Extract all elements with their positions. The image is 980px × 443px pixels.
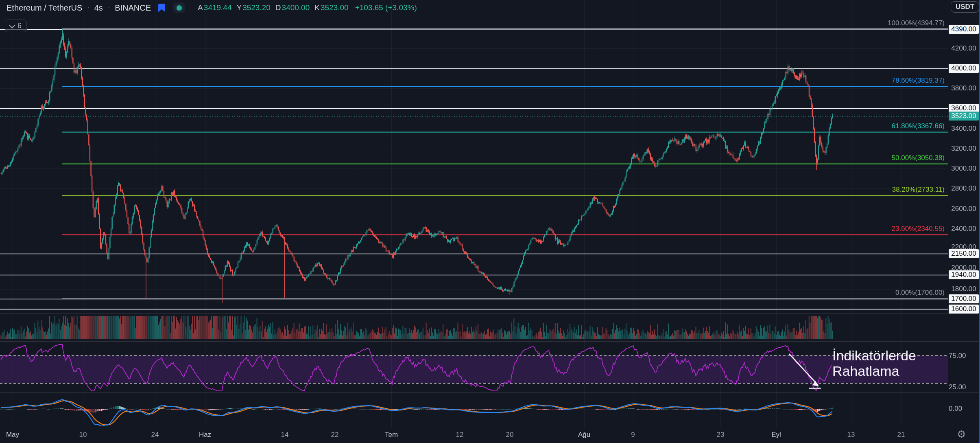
price-tick-label: 3000.00	[949, 164, 979, 173]
time-tick-label: 12	[456, 431, 464, 439]
price-tick-label: 4000.00	[949, 64, 979, 73]
fib-level-label: 78.60%(3819.37)	[892, 77, 945, 85]
price-tick-label: 2400.00	[949, 224, 979, 233]
separator-dot: ·	[87, 4, 89, 11]
fib-level-label: 61.80%(3367.66)	[892, 122, 945, 130]
rsi-upper-label: 75.00	[949, 352, 966, 360]
time-tick-label: 21	[897, 431, 905, 439]
price-tick-label: 1940.00	[949, 270, 979, 279]
price-tick-label: 2600.00	[949, 204, 979, 213]
time-tick-label: May	[6, 431, 19, 439]
legend-count: 6	[17, 22, 22, 30]
symbol-title[interactable]: Ethereum / TetherUS	[7, 3, 82, 13]
fib-level-label: 0.00%(1706.00)	[895, 289, 945, 297]
price-tick-label: 1600.00	[949, 305, 979, 314]
legend-collapse-button[interactable]: 6	[5, 20, 27, 32]
time-tick-label: 13	[847, 431, 855, 439]
ohlc-open: A3419.44	[198, 3, 231, 12]
ohlc-close: K3523.00	[314, 3, 348, 12]
time-tick-label: 24	[151, 431, 159, 439]
macd-zero-label: 0.00	[949, 405, 962, 413]
price-tick-label: 1700.00	[949, 294, 979, 303]
fib-level-label: 100.00%(4394.77)	[888, 19, 945, 27]
time-tick-label: 22	[331, 431, 339, 439]
change-value: +103.65 (+3.03%)	[355, 3, 417, 12]
price-tick-label: 1800.00	[949, 285, 979, 294]
time-tick-label: 9	[631, 431, 635, 439]
time-tick-label: 10	[79, 431, 87, 439]
price-tick-label: 4390.00	[949, 25, 979, 34]
annotation-line1: İndikatörlerde	[832, 348, 916, 363]
separator-dot: ·	[108, 4, 110, 11]
app-header: Ethereum / TetherUS · 4s · BINANCE A3419…	[7, 2, 417, 13]
exchange-label[interactable]: BINANCE	[115, 3, 151, 13]
time-tick-label: Ağu	[578, 431, 590, 439]
current-price-label: 3523.00	[949, 112, 979, 121]
price-tick-label: 3200.00	[949, 144, 979, 153]
bookmark-icon[interactable]	[158, 4, 165, 12]
fib-level-label: 50.00%(3050.38)	[892, 154, 945, 162]
price-tick-label: 3400.00	[949, 124, 979, 133]
annotation-text[interactable]: İndikatörlerde Rahatlama	[832, 348, 916, 379]
annotation-line2: Rahatlama	[832, 363, 916, 379]
interval-label[interactable]: 4s	[94, 3, 103, 13]
time-tick-label: Eyl	[771, 431, 781, 439]
connection-chip[interactable]	[173, 2, 185, 13]
ohlc-high: Y3523.20	[236, 3, 270, 12]
fib-level-label: 23.60%(2340.55)	[892, 225, 945, 233]
time-tick-label: 20	[506, 431, 514, 439]
chart-window: Ethereum / TetherUS · 4s · BINANCE A3419…	[0, 0, 980, 443]
price-tick-label: 4200.00	[949, 44, 979, 53]
fib-level-label: 38.20%(2733.11)	[892, 186, 945, 194]
settings-gear-icon[interactable]: ⚙	[957, 428, 966, 440]
price-tick-label: 3800.00	[949, 84, 979, 93]
time-tick-label: 14	[281, 431, 289, 439]
time-tick-label: Tem	[385, 431, 398, 439]
ohlc-low: D3400.00	[275, 3, 310, 12]
time-tick-label: 23	[717, 431, 725, 439]
currency-button[interactable]: USDT	[951, 1, 979, 13]
ohlc-readout: A3419.44 Y3523.20 D3400.00 K3523.00 +103…	[198, 3, 417, 12]
chevron-down-icon	[9, 22, 15, 29]
rsi-lower-label: 25.00	[949, 383, 966, 391]
time-tick-label: Haz	[199, 431, 211, 439]
price-tick-label: 2150.00	[949, 249, 979, 258]
connection-dot-icon	[177, 5, 182, 11]
price-tick-label: 2800.00	[949, 184, 979, 193]
